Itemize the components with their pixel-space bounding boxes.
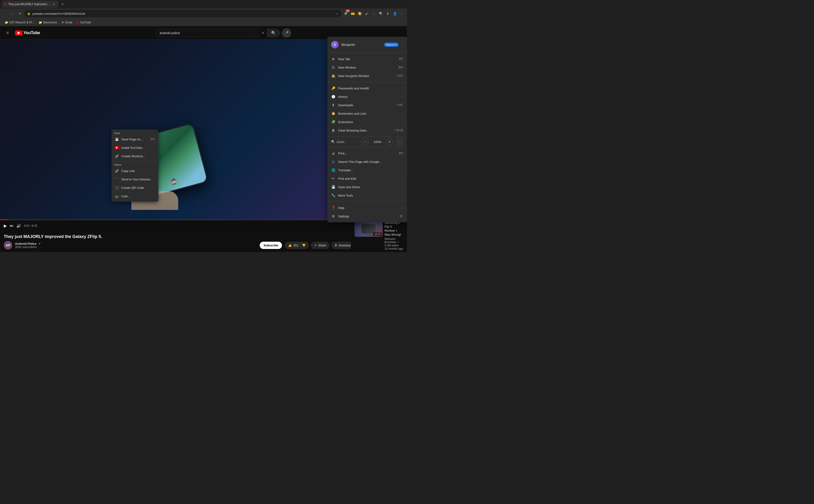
- voice-search-button[interactable]: 🎤: [282, 28, 291, 38]
- incognito-icon: 🕵: [331, 74, 335, 78]
- zoom-plus-button[interactable]: +: [386, 139, 393, 145]
- context-menu: Save 💾 Save Page As... ⌘S Install YouTub…: [111, 129, 158, 202]
- ctx-copy-link[interactable]: 🔗 Copy Link: [112, 167, 158, 175]
- wallet-icon[interactable]: 💳: [349, 10, 356, 17]
- menu-clear-browsing[interactable]: 🗑 Clear Browsing Data... ⇧⌘⌫: [328, 126, 406, 135]
- zoom-value: 100%: [370, 140, 385, 144]
- zoom-minus-button[interactable]: −: [362, 139, 369, 145]
- menu-bookmarks[interactable]: ⭐ Bookmarks and Lists ›: [328, 109, 406, 118]
- menu-help[interactable]: ❓ Help ›: [328, 204, 406, 212]
- extensions-badge: 14: [346, 9, 350, 12]
- save-share-icon: 💾: [331, 185, 335, 189]
- active-tab[interactable]: ▶ They just MAJORLY improved the Galaxy …: [2, 1, 58, 8]
- profile-icon[interactable]: 👤: [392, 10, 398, 17]
- color-fill-icon[interactable]: 🖌: [363, 10, 370, 17]
- downloads-icon[interactable]: ⬇: [385, 10, 391, 17]
- ctx-create-qr[interactable]: ⬛ Create QR Code: [112, 183, 158, 192]
- zoom-icon[interactable]: 🔍: [378, 10, 384, 17]
- profile-menu-item[interactable]: B Benjamin Signed in ›: [328, 39, 406, 51]
- menu-tools-section: 🔑 Passwords and Autofill › 🕒 History › ⬇…: [327, 83, 407, 135]
- menu-save-share[interactable]: 💾 Save and Share ›: [328, 183, 406, 191]
- menu-history[interactable]: 🕒 History ›: [328, 92, 406, 101]
- rec-channel: Marques Brownlee ✓: [385, 237, 403, 244]
- menu-print[interactable]: 🖨 Print... ⌘P: [328, 149, 406, 157]
- volume-button[interactable]: 🔊: [16, 224, 21, 228]
- ctx-save-page-as[interactable]: 💾 Save Page As... ⌘S: [112, 135, 158, 143]
- menu-new-window[interactable]: ⊡ New Window ⌘N: [328, 63, 406, 72]
- like-button[interactable]: 👍 251 | 👎: [285, 242, 309, 249]
- reload-button[interactable]: ↻: [17, 10, 23, 17]
- bookmark-youtube[interactable]: ▶ YouTube: [75, 20, 93, 25]
- current-time: 0:01 / 8:25: [24, 224, 37, 227]
- tab-bar: ▶ They just MAJORLY improved the Galaxy …: [0, 0, 407, 8]
- channel-info: Android Police ✓ 383K subscribers: [15, 242, 257, 249]
- menu-find-edit[interactable]: ✏ Find and Edit ›: [328, 174, 406, 183]
- extensions-count-icon: 🧩: [344, 12, 348, 15]
- ctx-cast[interactable]: 📺 Cast...: [112, 192, 158, 200]
- recommended-video[interactable]: 10:37 Samsung Z Flip 5 Review: I Was Wro…: [351, 219, 407, 252]
- subscribe-button[interactable]: Subscribe: [260, 242, 282, 249]
- youtube-logo-text: YouTube: [23, 30, 40, 35]
- menu-search-page[interactable]: G Search This Page with Google...: [328, 157, 406, 166]
- clear-browsing-icon: 🗑: [331, 128, 335, 132]
- ctx-install-youtube[interactable]: Install YouTube...: [112, 143, 158, 152]
- bookmark-gmail[interactable]: ✉ Gmail: [60, 20, 74, 25]
- next-button[interactable]: ⏭: [10, 224, 14, 228]
- menu-new-tab[interactable]: ⊕ New Tab ⌘T: [328, 55, 406, 63]
- ctx-create-shortcut[interactable]: 🔗 Create Shortcut...: [112, 152, 158, 160]
- browser-chrome: ▶ They just MAJORLY improved the Galaxy …: [0, 0, 407, 26]
- menu-downloads[interactable]: ⬇ Downloads ⌥⌘L: [328, 101, 406, 109]
- ctx-label: Copy Link: [121, 169, 135, 173]
- download-icon: ⬇: [335, 244, 337, 247]
- bookmark-label: VST Reserch & Pl...: [9, 21, 34, 24]
- ctx-label: Send to Your Devices: [121, 178, 150, 181]
- new-tab-button[interactable]: +: [59, 1, 66, 7]
- menu-divider-5: [327, 201, 407, 202]
- back-button[interactable]: ←: [2, 10, 8, 17]
- extensions-menu-icon: 🧩: [331, 120, 335, 124]
- menu-more-tools[interactable]: 🔧 More Tools ›: [328, 191, 406, 200]
- forward-button[interactable]: →: [9, 10, 16, 17]
- search-clear-button[interactable]: ✕: [260, 30, 266, 36]
- zoom-label: 🔍 Zoom: [331, 140, 344, 144]
- menu-translate[interactable]: 🌐 Translate...: [328, 166, 406, 174]
- ssl-lock-icon: 🔒: [27, 12, 30, 15]
- bookmark-electronics[interactable]: 📁 Electronics: [37, 20, 59, 25]
- youtube-logo[interactable]: YouTube: [15, 30, 40, 36]
- address-bar[interactable]: 🔒 youtube.com/watch?v=OEf0OWXzGu8 ☆: [24, 10, 341, 17]
- bookmarks-menu-icon: ⭐: [331, 111, 335, 116]
- menu-passwords[interactable]: 🔑 Passwords and Autofill ›: [328, 84, 406, 92]
- color-picker-icon[interactable]: 🎨: [356, 10, 363, 17]
- tab-close-button[interactable]: ✕: [52, 2, 55, 6]
- menu-new-incognito[interactable]: 🕵 New Incognito Window ⇧⌘N: [328, 72, 406, 80]
- signed-in-badge: Signed in: [384, 43, 399, 47]
- bookmark-folder-icon: 📁: [39, 21, 42, 24]
- zoom-control: 🔍 Zoom − 100% + ⛶: [328, 138, 406, 146]
- below-video-info: They just MAJORLY improved the Galaxy ZF…: [0, 231, 407, 252]
- youtube-search-input[interactable]: [155, 29, 260, 37]
- address-text: youtube.com/watch?v=OEf0OWXzGu8: [32, 12, 334, 15]
- bookmark-star-icon[interactable]: ☆: [336, 12, 339, 15]
- toolbar-icons: 🧩 14 💳 🎨 🖌 ⬡ 🔍 ⬇ 👤 ⋮: [342, 10, 405, 17]
- lastpass-icon[interactable]: ⬡: [370, 10, 377, 17]
- youtube-menu-button[interactable]: ≡: [4, 29, 11, 37]
- share-button[interactable]: ↗ Share: [311, 242, 330, 249]
- ctx-send-devices[interactable]: 📱 Send to Your Devices: [112, 175, 158, 183]
- bookmark-vst[interactable]: 📁 VST Reserch & Pl...: [3, 20, 36, 25]
- rec-info: Samsung Z Flip 5 Review: I Was Wrong! Ma…: [385, 221, 403, 250]
- downloads-menu-icon: ⬇: [331, 103, 335, 107]
- menu-extensions[interactable]: 🧩 Extensions ›: [328, 118, 406, 126]
- ctx-label: Create Shortcut...: [121, 154, 145, 158]
- print-icon: 🖨: [331, 151, 335, 155]
- send-devices-icon: 📱: [115, 177, 119, 181]
- extensions-badge-button[interactable]: 🧩 14: [342, 10, 349, 17]
- bookmark-label: Electronics: [43, 21, 57, 24]
- search-submit-button[interactable]: 🔍: [267, 29, 280, 37]
- menu-profile-section: B Benjamin Signed in ›: [327, 38, 407, 52]
- zoom-icon: 🔍: [331, 140, 335, 144]
- menu-settings[interactable]: ⚙ Settings ⌘,: [328, 212, 406, 220]
- play-button[interactable]: ▶: [4, 223, 7, 228]
- chrome-menu-button[interactable]: ⋮: [399, 10, 405, 17]
- submenu-arrow: ›: [402, 87, 403, 90]
- zoom-fullscreen-button[interactable]: ⛶: [397, 139, 403, 145]
